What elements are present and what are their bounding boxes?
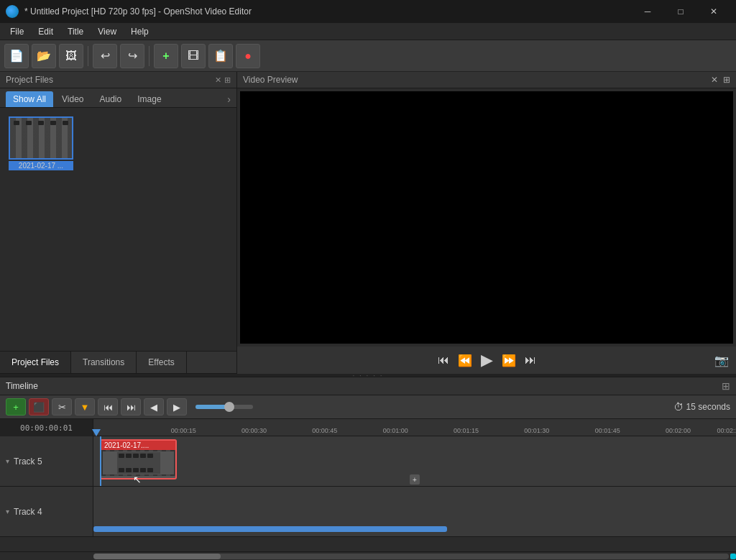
title-bar: * Untitled Project [HD 720p 30 fps] - Op… <box>0 0 736 23</box>
scroll-thumb-h[interactable] <box>93 554 221 559</box>
add-track-button[interactable]: + <box>6 398 26 416</box>
menu-bar: File Edit Title View Help <box>0 23 736 40</box>
clip-thumb-1 <box>101 450 175 476</box>
fast-forward-button[interactable]: ⏩ <box>502 354 516 367</box>
main-area: Project Files ✕ ⊞ Show All Video Audio I… <box>0 72 736 560</box>
new-button[interactable]: 📄 <box>4 44 29 68</box>
scroll-thumb-v[interactable] <box>730 554 736 559</box>
panel-close-icon[interactable]: ✕ <box>215 75 221 85</box>
close-button[interactable]: ✕ <box>697 0 730 23</box>
track-name-5: Track 5 <box>14 456 42 467</box>
undo-button[interactable]: ↩ <box>93 44 117 68</box>
import-button[interactable]: 🎞 <box>181 44 206 68</box>
minimize-button[interactable]: ─ <box>631 0 664 23</box>
export-button[interactable]: 📋 <box>208 44 233 68</box>
screenshot-button[interactable]: 📷 <box>714 354 729 367</box>
maximize-button[interactable]: □ <box>664 0 697 23</box>
svg-rect-3 <box>133 454 139 458</box>
ruler-mark-0200: 00:02:00 <box>666 427 691 434</box>
ruler-mark-0130: 00:01:30 <box>524 427 549 434</box>
ruler-marks: 00:00:15 00:00:30 00:00:45 00:01:00 00:0… <box>93 419 736 436</box>
rewind-button[interactable]: ⏪ <box>458 354 472 367</box>
ruler-mark-0100: 00:01:00 <box>383 427 408 434</box>
next-marker-button[interactable]: ⏭ <box>121 398 141 416</box>
track-label-5: ▾ Track 5 <box>0 436 93 486</box>
track-content-4[interactable] <box>93 487 736 536</box>
prev-frame-button[interactable]: ◀ <box>144 398 164 416</box>
playhead-triangle <box>92 429 101 436</box>
cursor-indicator: ↖ <box>133 474 142 485</box>
menu-edit[interactable]: Edit <box>31 25 60 38</box>
track-content-5[interactable]: 2021-02-17.... <box>93 436 736 486</box>
tab-show-all[interactable]: Show All <box>6 91 53 107</box>
film-holes-top <box>10 121 72 125</box>
video-preview-screen[interactable] <box>240 91 733 344</box>
zoom-thumb[interactable] <box>224 402 234 412</box>
save-button[interactable]: 🖼 <box>59 44 83 68</box>
film-hole <box>26 121 32 125</box>
panel-header-icons: ✕ ⊞ <box>215 75 231 85</box>
timeline-horizontal-scrollbar[interactable] <box>0 551 736 560</box>
track-row-5: ▾ Track 5 2021-02-17.... <box>0 436 736 487</box>
clip-film-svg <box>117 452 160 474</box>
prev-marker-button[interactable]: ⏮ <box>98 398 118 416</box>
file-item-1[interactable]: 2021-02-17 ... <box>9 116 73 170</box>
window-title: * Untitled Project [HD 720p 30 fps] - Op… <box>24 6 625 17</box>
timeline-section: Timeline ⊞ + ⬛ ✂ ▼ ⏮ ⏭ ◀ ▶ ⏱ 15 seconds <box>0 377 736 560</box>
tab-transitions[interactable]: Transitions <box>71 352 137 373</box>
rewind-start-button[interactable]: ⏮ <box>438 354 449 367</box>
toolbar-separator-2 <box>149 46 150 66</box>
track-expand-5[interactable]: ▾ <box>6 457 9 465</box>
svg-rect-2 <box>126 454 132 458</box>
zoom-fill <box>196 405 227 409</box>
filter-button[interactable]: ▼ <box>75 398 95 416</box>
zoom-slider[interactable] <box>196 405 253 409</box>
tab-image[interactable]: Image <box>130 91 168 107</box>
file-label-1: 2021-02-17 ... <box>9 161 73 170</box>
open-button[interactable]: 📂 <box>32 44 56 68</box>
scroll-track-h <box>93 554 729 559</box>
file-thumbnail-1 <box>9 116 73 160</box>
track-expand-4[interactable]: ▾ <box>6 508 9 515</box>
track-4-bar <box>93 526 447 532</box>
clip-filmstrip-1 <box>103 451 174 474</box>
timeline-panel-icon[interactable]: ⊞ <box>722 380 730 392</box>
tab-effects[interactable]: Effects <box>137 352 186 373</box>
film-hole <box>38 121 44 125</box>
video-float-icon[interactable]: ⊞ <box>723 75 730 85</box>
record-button[interactable]: ● <box>236 44 260 68</box>
menu-file[interactable]: File <box>3 25 31 38</box>
video-controls-bar: ⏮ ⏪ ▶ ⏩ ⏭ 📷 <box>237 346 736 374</box>
tracks-container: ▾ Track 5 2021-02-17.... <box>0 436 736 551</box>
timeline-header: Timeline ⊞ <box>0 377 736 395</box>
fast-forward-end-button[interactable]: ⏭ <box>525 354 536 367</box>
menu-title[interactable]: Title <box>60 25 91 38</box>
cut-button[interactable]: ✂ <box>52 398 72 416</box>
files-content: 2021-02-17 ... <box>0 108 236 351</box>
current-time-display: 00:00:00:01 <box>0 419 93 436</box>
svg-rect-8 <box>133 468 139 472</box>
track-add-5[interactable]: + <box>410 474 420 485</box>
svg-rect-5 <box>147 454 153 458</box>
tab-audio[interactable]: Audio <box>93 91 129 107</box>
tabs-more-button[interactable]: › <box>227 93 231 105</box>
toolbar-separator-1 <box>88 46 88 66</box>
video-close-icon[interactable]: ✕ <box>711 75 718 85</box>
tab-project-files[interactable]: Project Files <box>0 352 71 373</box>
duration-label: 15 seconds <box>686 402 730 412</box>
remove-track-button[interactable]: ⬛ <box>29 398 49 416</box>
window-controls: ─ □ ✕ <box>631 0 730 23</box>
svg-rect-10 <box>147 468 153 472</box>
menu-view[interactable]: View <box>91 25 124 38</box>
next-frame-button[interactable]: ▶ <box>167 398 187 416</box>
playhead-line <box>100 436 101 486</box>
add-button[interactable]: + <box>154 44 178 68</box>
panel-float-icon[interactable]: ⊞ <box>224 75 231 85</box>
track-name-4: Track 4 <box>14 507 42 517</box>
svg-rect-1 <box>119 454 124 458</box>
menu-help[interactable]: Help <box>124 25 156 38</box>
redo-button[interactable]: ↪ <box>120 44 144 68</box>
video-preview-title: Video Preview <box>243 75 298 85</box>
play-button[interactable]: ▶ <box>481 351 493 369</box>
tab-video[interactable]: Video <box>55 91 91 107</box>
